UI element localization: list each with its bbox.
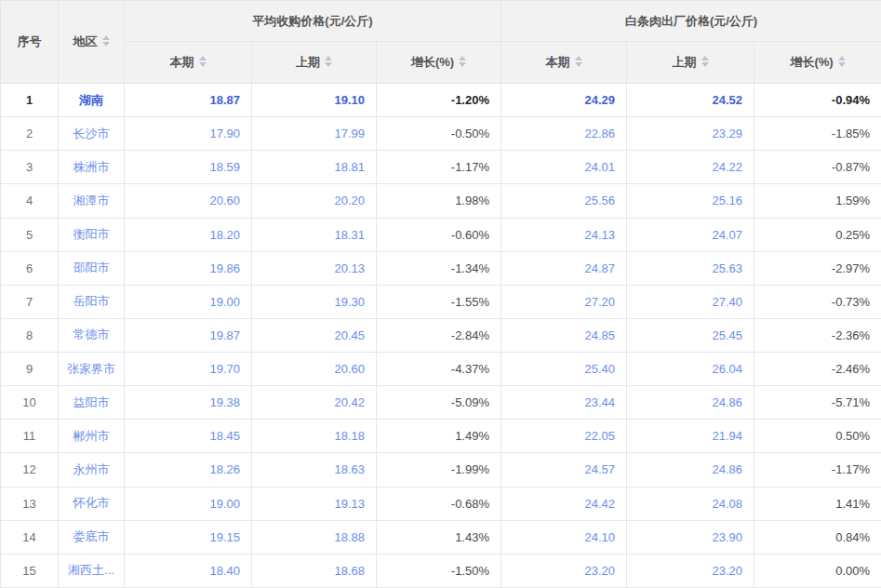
- purchase-previous-price-cell: 18.31: [252, 218, 377, 251]
- serial-cell: 6: [1, 251, 59, 285]
- carcass-previous-price-cell: 24.08: [627, 487, 754, 520]
- region-link[interactable]: 张家界市: [59, 353, 125, 386]
- col-header-region[interactable]: 地区: [59, 1, 125, 84]
- region-link[interactable]: 怀化市: [59, 487, 125, 520]
- region-link[interactable]: 邵阳市: [59, 251, 125, 285]
- carcass-previous-price-cell: 23.29: [627, 117, 754, 151]
- carcass-growth-cell: -2.46%: [754, 353, 881, 386]
- col-header-carcass-previous-label: 上期: [673, 54, 697, 71]
- purchase-previous-price-cell: 20.20: [252, 184, 377, 218]
- carcass-current-price-cell: 24.13: [501, 218, 627, 251]
- purchase-growth-cell: -1.99%: [377, 453, 501, 487]
- region-link[interactable]: 永州市: [59, 453, 125, 487]
- table-row: 2 长沙市 17.90 17.99 -0.50% 22.86 23.29 -1.…: [1, 117, 881, 151]
- regional-price-table: 序号 地区 平均收购价格(元/公斤) 白条肉出厂价格(元/公斤) 本期 上期: [0, 0, 881, 588]
- carcass-current-price-cell: 25.40: [501, 353, 627, 386]
- col-header-serial-label: 序号: [18, 33, 42, 50]
- region-link[interactable]: 长沙市: [59, 117, 125, 151]
- carcass-current-price-cell: 23.20: [501, 554, 627, 587]
- group-header-purchase-price: 平均收购价格(元/公斤): [125, 1, 501, 42]
- table-row: 11 郴州市 18.45 18.18 1.49% 22.05 21.94 0.5…: [1, 420, 881, 453]
- carcass-previous-price-cell: 27.40: [627, 285, 754, 318]
- sort-caret-icon[interactable]: [459, 56, 466, 67]
- purchase-growth-cell: -1.17%: [377, 151, 501, 184]
- region-link[interactable]: 湘潭市: [59, 184, 125, 218]
- table-row: 3 株洲市 18.59 18.81 -1.17% 24.01 24.22 -0.…: [1, 151, 881, 184]
- purchase-previous-price-cell: 18.63: [252, 453, 377, 487]
- region-link[interactable]: 湖南: [59, 84, 125, 117]
- serial-cell: 7: [1, 285, 59, 318]
- purchase-growth-cell: 1.49%: [377, 420, 501, 453]
- sort-caret-icon[interactable]: [701, 56, 709, 67]
- region-link[interactable]: 岳阳市: [59, 285, 125, 318]
- sort-caret-icon[interactable]: [199, 56, 207, 67]
- sort-caret-icon[interactable]: [575, 56, 582, 67]
- purchase-growth-cell: -1.50%: [377, 554, 501, 587]
- table-row: 5 衡阳市 18.20 18.31 -0.60% 24.13 24.07 0.2…: [1, 218, 881, 251]
- serial-cell: 13: [1, 487, 59, 520]
- carcass-previous-price-cell: 24.86: [627, 386, 754, 420]
- serial-cell: 5: [1, 218, 59, 251]
- sort-caret-icon[interactable]: [102, 35, 110, 47]
- carcass-current-price-cell: 22.86: [501, 117, 627, 151]
- serial-cell: 3: [1, 151, 59, 184]
- col-header-purchase-growth[interactable]: 增长(%): [377, 42, 501, 84]
- col-header-carcass-growth[interactable]: 增长(%): [754, 42, 881, 84]
- purchase-current-price-cell: 19.86: [125, 251, 252, 285]
- carcass-growth-cell: -0.73%: [754, 285, 881, 318]
- carcass-current-price-cell: 24.10: [501, 520, 627, 554]
- serial-cell: 9: [1, 353, 59, 386]
- col-header-carcass-current[interactable]: 本期: [501, 42, 627, 84]
- purchase-current-price-cell: 18.45: [125, 420, 252, 453]
- carcass-current-price-cell: 24.57: [501, 453, 627, 487]
- purchase-previous-price-cell: 20.42: [252, 386, 377, 420]
- purchase-current-price-cell: 18.59: [125, 151, 252, 184]
- purchase-previous-price-cell: 18.88: [252, 520, 377, 554]
- region-link[interactable]: 益阳市: [59, 386, 125, 420]
- carcass-previous-price-cell: 26.04: [627, 353, 754, 386]
- purchase-previous-price-cell: 19.30: [252, 285, 377, 318]
- col-header-purchase-current-label: 本期: [170, 54, 194, 71]
- serial-cell: 8: [1, 318, 59, 352]
- region-link[interactable]: 郴州市: [59, 420, 125, 453]
- purchase-current-price-cell: 18.87: [125, 84, 252, 117]
- serial-cell: 1: [1, 84, 59, 117]
- carcass-growth-cell: -2.97%: [754, 251, 881, 285]
- table-row: 10 益阳市 19.38 20.42 -5.09% 23.44 24.86 -5…: [1, 386, 881, 420]
- table-row: 4 湘潭市 20.60 20.20 1.98% 25.56 25.16 1.59…: [1, 184, 881, 218]
- purchase-growth-cell: -0.68%: [377, 487, 501, 520]
- purchase-growth-cell: 1.98%: [377, 184, 501, 218]
- region-link[interactable]: 湘西土...: [59, 554, 125, 587]
- carcass-current-price-cell: 24.29: [501, 84, 627, 117]
- carcass-growth-cell: 0.50%: [754, 420, 881, 453]
- table-row: 8 常德市 19.87 20.45 -2.84% 24.85 25.45 -2.…: [1, 318, 881, 352]
- purchase-current-price-cell: 19.00: [125, 487, 252, 520]
- sort-caret-icon[interactable]: [325, 56, 332, 67]
- region-link[interactable]: 常德市: [59, 318, 125, 352]
- carcass-growth-cell: 0.25%: [754, 218, 881, 251]
- sort-caret-icon[interactable]: [838, 56, 846, 67]
- carcass-previous-price-cell: 21.94: [627, 420, 754, 453]
- carcass-previous-price-cell: 25.45: [627, 318, 754, 352]
- purchase-previous-price-cell: 20.60: [252, 353, 377, 386]
- col-header-purchase-current[interactable]: 本期: [125, 42, 252, 84]
- col-header-purchase-previous-label: 上期: [296, 54, 320, 71]
- col-header-purchase-previous[interactable]: 上期: [252, 42, 377, 84]
- col-header-carcass-previous[interactable]: 上期: [627, 42, 754, 84]
- region-link[interactable]: 株洲市: [59, 151, 125, 184]
- group-header-carcass-label: 白条肉出厂价格(元/公斤): [625, 13, 757, 30]
- carcass-current-price-cell: 24.01: [501, 151, 627, 184]
- purchase-current-price-cell: 18.40: [125, 554, 252, 587]
- carcass-growth-cell: 1.59%: [754, 184, 881, 218]
- carcass-current-price-cell: 24.85: [501, 318, 627, 352]
- region-link[interactable]: 衡阳市: [59, 218, 125, 251]
- region-link[interactable]: 娄底市: [59, 520, 125, 554]
- table-row: 1 湖南 18.87 19.10 -1.20% 24.29 24.52 -0.9…: [1, 84, 881, 117]
- serial-cell: 4: [1, 184, 59, 218]
- group-header-carcass-price: 白条肉出厂价格(元/公斤): [501, 1, 881, 42]
- purchase-growth-cell: -0.50%: [377, 117, 501, 151]
- serial-cell: 14: [1, 520, 59, 554]
- carcass-previous-price-cell: 24.86: [627, 453, 754, 487]
- carcass-growth-cell: -5.71%: [754, 386, 881, 420]
- price-report-panel: 序号 地区 平均收购价格(元/公斤) 白条肉出厂价格(元/公斤) 本期 上期: [0, 0, 881, 588]
